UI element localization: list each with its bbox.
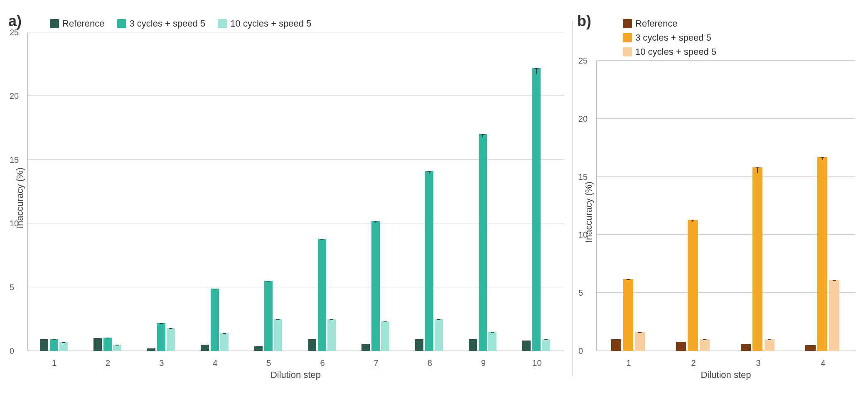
- bar-group10-0: [522, 341, 531, 351]
- x-axis-title-a: Dilution step: [27, 370, 564, 380]
- chart-plot-a: 0510152025: [27, 32, 564, 351]
- bar-group9-2: [488, 332, 497, 351]
- bar-group3-2: [765, 339, 775, 351]
- y-tick-15: 15: [578, 172, 588, 181]
- x-label-1: 1: [596, 358, 661, 368]
- bar-group7-0: [361, 344, 370, 351]
- bar-group6-0: [308, 339, 316, 351]
- legend-label-reference-a: Reference: [62, 18, 105, 29]
- bar-group1-1: [623, 279, 633, 351]
- grid-line-25: [597, 60, 856, 61]
- y-tick-25: 25: [578, 56, 588, 66]
- bar-group2-1: [688, 220, 698, 351]
- chart-inner-b: 0510152025 1234 Dilution step: [596, 61, 856, 380]
- legend-item-reference-b: Reference: [623, 18, 678, 29]
- legend-a: Reference 3 cycles + speed 5 10 cycles +…: [50, 18, 564, 29]
- legend-swatch-3cycles-b: [623, 33, 632, 42]
- x-label-4: 4: [188, 358, 242, 368]
- legend-label-3cycles-b: 3 cycles + speed 5: [635, 32, 711, 43]
- bar-group2-2: [700, 339, 710, 351]
- bar-group10-1: [532, 68, 541, 351]
- bar-group6-1: [318, 239, 326, 351]
- error-bar-group8-1: [429, 171, 430, 174]
- bar-group4-0: [201, 345, 209, 351]
- chart-area-b: Inaccuracy (%) 0510152025 1234 Dilution …: [581, 61, 856, 380]
- error-bar-group7-1: [375, 221, 376, 223]
- x-label-9: 9: [457, 358, 510, 368]
- legend-label-10cycles-a: 10 cycles + speed 5: [230, 18, 311, 29]
- bar-group3-2: [167, 328, 175, 351]
- panel-a: a) Reference 3 cycles + speed 5 10 cycle…: [4, 8, 572, 389]
- bar-group3-1: [157, 323, 165, 351]
- error-bar-group3-1: [757, 167, 758, 173]
- x-label-1: 1: [27, 358, 81, 368]
- grid-line-20: [28, 96, 564, 96]
- bar-group2-0: [93, 338, 102, 351]
- bar-group7-1: [371, 221, 380, 351]
- chart-inner-a: 0510152025 12345678910 Dilution step: [27, 32, 564, 380]
- bar-group6-2: [327, 319, 336, 351]
- grid-line-10: [597, 234, 856, 235]
- legend-swatch-3cycles-a: [117, 19, 126, 28]
- bar-group4-2: [829, 280, 839, 351]
- bar-group4-0: [805, 345, 815, 351]
- legend-b: Reference 3 cycles + speed 5 10 cycles +…: [623, 18, 856, 57]
- bar-group7-2: [381, 321, 389, 351]
- error-bar-group2-1: [692, 220, 693, 222]
- legend-swatch-reference-b: [623, 19, 632, 28]
- bar-group4-2: [220, 333, 229, 351]
- bar-group2-0: [676, 342, 686, 351]
- error-bar-group4-1: [822, 157, 823, 160]
- grid-line-5: [597, 292, 856, 293]
- y-tick-5: 5: [10, 282, 14, 292]
- y-axis-label-b: Inaccuracy (%): [581, 61, 596, 364]
- grid-line-20: [597, 118, 856, 119]
- x-label-4: 4: [791, 358, 856, 368]
- legend-swatch-reference-a: [50, 19, 59, 28]
- legend-label-reference-b: Reference: [635, 18, 678, 29]
- bar-group10-2: [542, 339, 550, 351]
- y-tick-0: 0: [10, 346, 14, 356]
- x-axis-labels-b: 1234: [596, 353, 856, 368]
- y-tick-5: 5: [578, 288, 583, 298]
- error-bar-group1-1: [628, 279, 629, 280]
- legend-label-3cycles-a: 3 cycles + speed 5: [130, 18, 206, 29]
- error-bar-group10-1: [536, 68, 537, 74]
- x-axis-title-b: Dilution step: [596, 370, 856, 380]
- error-bar-group8-2: [438, 319, 439, 319]
- bar-group4-1: [817, 157, 827, 351]
- bar-group3-1: [752, 167, 762, 351]
- bar-group3-0: [147, 348, 155, 351]
- x-label-5: 5: [242, 358, 295, 368]
- chart-plot-b: 0510152025: [596, 61, 856, 351]
- chart-area-a: Inaccuracy (%) 0510152025 12345678910 Di…: [12, 32, 564, 380]
- bar-group1-0: [40, 339, 48, 351]
- x-label-6: 6: [295, 358, 349, 368]
- error-bar-group7-2: [385, 321, 386, 322]
- bar-group1-1: [50, 339, 58, 351]
- bar-group5-0: [254, 346, 263, 351]
- bar-group9-0: [469, 339, 477, 351]
- y-tick-15: 15: [10, 155, 19, 164]
- error-bar-group6-1: [322, 239, 322, 240]
- legend-item-3cycles-b: 3 cycles + speed 5: [623, 32, 711, 43]
- x-label-2: 2: [661, 358, 726, 368]
- y-tick-10: 10: [10, 219, 19, 228]
- legend-item-10cycles-b: 10 cycles + speed 5: [623, 47, 716, 57]
- y-tick-10: 10: [578, 230, 588, 240]
- bar-group2-2: [113, 345, 121, 351]
- error-bar-group4-1: [214, 289, 215, 289]
- bar-group5-2: [274, 319, 282, 351]
- x-label-3: 3: [726, 358, 791, 368]
- main-container: a) Reference 3 cycles + speed 5 10 cycle…: [0, 0, 868, 397]
- grid-line-25: [28, 32, 564, 32]
- x-axis-labels-a: 12345678910: [27, 353, 564, 368]
- bar-group9-1: [479, 134, 487, 351]
- legend-item-3cycles-a: 3 cycles + speed 5: [117, 18, 206, 29]
- bar-group5-1: [264, 281, 273, 351]
- legend-label-10cycles-b: 10 cycles + speed 5: [635, 47, 716, 57]
- x-label-10: 10: [510, 358, 564, 368]
- bar-group8-2: [435, 319, 443, 351]
- x-label-3: 3: [135, 358, 188, 368]
- grid-line-15: [597, 176, 856, 177]
